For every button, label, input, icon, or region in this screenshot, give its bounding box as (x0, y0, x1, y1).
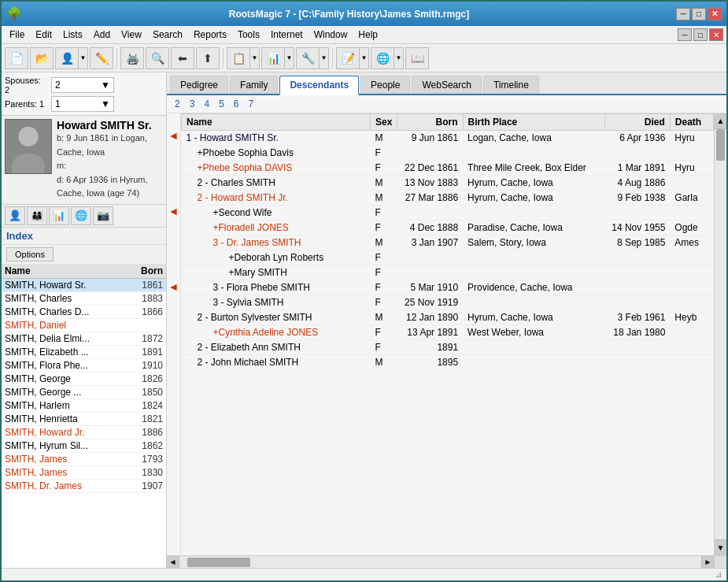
table-row[interactable]: +Deborah Lyn Roberts F (182, 250, 714, 265)
list-item[interactable]: SMITH, James 1830 (2, 466, 166, 480)
toolbar-chart-button[interactable]: 📊 (261, 47, 285, 69)
list-item[interactable]: SMITH, Charles D... 1866 (2, 306, 166, 319)
list-item[interactable]: SMITH, Henrietta 1821 (2, 413, 166, 426)
menu-lists[interactable]: Lists (58, 28, 87, 42)
menu-add[interactable]: Add (89, 28, 115, 42)
menu-view[interactable]: View (116, 28, 146, 42)
menu-window[interactable]: Window (309, 28, 353, 42)
minimize-button[interactable]: ─ (676, 8, 690, 20)
pedigree-nav-6[interactable]: 6 (231, 98, 242, 110)
scroll-right-btn[interactable]: ► (701, 556, 714, 569)
pedigree-nav-3[interactable]: 3 (187, 98, 198, 110)
options-button[interactable]: Options (6, 247, 54, 261)
list-item[interactable]: SMITH, Daniel (2, 319, 166, 332)
tab-people[interactable]: People (360, 76, 410, 94)
list-item[interactable]: SMITH, Harlem 1824 (2, 399, 166, 413)
tab-pedigree[interactable]: Pedigree (170, 76, 228, 94)
toolbar-add-person-arrow[interactable]: ▼ (79, 47, 88, 69)
scroll-left-btn[interactable]: ◄ (167, 556, 179, 569)
table-row[interactable]: 2 - Charles SMITH M 13 Nov 1883 Hyrum, C… (182, 176, 714, 191)
table-row[interactable]: +Mary SMITH F (182, 265, 714, 280)
list-item[interactable]: SMITH, Delia Elmi... 1872 (2, 332, 166, 346)
toolbar-add-person-button[interactable]: 👤 (55, 47, 79, 69)
maximize-button[interactable]: □ (692, 8, 706, 20)
h-scroll-thumb[interactable] (187, 558, 250, 567)
toolbar-nav-forward-button[interactable]: ⬆ (196, 47, 220, 69)
pedigree-nav-5[interactable]: 5 (216, 98, 227, 110)
toolbar-chart-arrow[interactable]: ▼ (285, 47, 294, 69)
close-button[interactable]: ✕ (708, 8, 722, 20)
nav-arrow-3[interactable]: ◄ (168, 280, 179, 293)
list-item[interactable]: SMITH, Elizabeth ... 1891 (2, 346, 166, 359)
list-item[interactable]: SMITH, Howard Jr. 1886 (2, 426, 166, 439)
nav-arrow-1[interactable]: ◄ (168, 129, 179, 142)
inner-maximize-button[interactable]: □ (693, 28, 708, 41)
toolbar-publish-button[interactable]: 🌐 (371, 47, 394, 69)
nav-arrow-2[interactable]: ◄ (168, 205, 179, 217)
tab-timeline[interactable]: Timeline (483, 76, 539, 94)
list-item[interactable]: SMITH, George ... 1850 (2, 386, 166, 399)
mini-globe-btn[interactable]: 🌐 (71, 206, 91, 225)
pedigree-nav-2[interactable]: 2 (172, 98, 183, 110)
toolbar-tools-button[interactable]: 🔧 (296, 47, 320, 69)
vertical-scrollbar[interactable]: ▲ ▼ (714, 113, 726, 555)
inner-minimize-button[interactable]: ─ (678, 28, 692, 41)
tab-descendants[interactable]: Descendants (279, 76, 359, 95)
toolbar-list-button[interactable]: 📝 (336, 47, 360, 69)
menu-tools[interactable]: Tools (233, 28, 264, 42)
table-row[interactable]: 2 - Elizabeth Ann SMITH F 1891 (182, 340, 714, 355)
mini-chart-btn[interactable]: 📊 (49, 206, 69, 225)
toolbar-publish-arrow[interactable]: ▼ (394, 47, 404, 69)
toolbar-nav-back-button[interactable]: ⬅ (171, 47, 194, 69)
toolbar-edit-button[interactable]: ✏️ (90, 47, 113, 69)
scroll-down-btn[interactable]: ▼ (715, 539, 726, 555)
toolbar-new-button[interactable]: 📄 (5, 47, 28, 69)
table-row[interactable]: +Phebe Sophia DAVIS F 22 Dec 1861 Three … (182, 161, 714, 176)
menu-help[interactable]: Help (353, 28, 382, 42)
index-list: SMITH, Howard Sr. 1861 SMITH, Charles 18… (2, 279, 166, 568)
mini-family-btn[interactable]: 👨‍👩‍👦 (27, 206, 47, 225)
table-row[interactable]: 2 - Burton Sylvester SMITH M 12 Jan 1890… (182, 310, 714, 325)
list-item[interactable]: SMITH, Howard Sr. 1861 (2, 279, 166, 292)
list-item[interactable]: SMITH, Flora Phe... 1910 (2, 359, 166, 373)
pedigree-nav-4[interactable]: 4 (201, 98, 212, 110)
menu-reports[interactable]: Reports (189, 28, 231, 42)
table-row[interactable]: +Second Wife F (182, 206, 714, 221)
toolbar-report-button[interactable]: 📋 (227, 47, 250, 69)
table-row[interactable]: 3 - Dr. James SMITH M 3 Jan 1907 Salem, … (182, 235, 714, 250)
menu-file[interactable]: File (5, 28, 29, 42)
scroll-up-btn[interactable]: ▲ (715, 113, 726, 129)
table-row[interactable]: +Phoebe Sophia Davis F (182, 146, 714, 161)
menu-search[interactable]: Search (148, 28, 187, 42)
toolbar-report-arrow[interactable]: ▼ (250, 47, 260, 69)
list-item[interactable]: SMITH, Charles 1883 (2, 292, 166, 306)
toolbar-print-button[interactable]: 🖨️ (120, 47, 144, 69)
parents-dropdown[interactable]: 1▼ (51, 96, 114, 112)
mini-person-btn[interactable]: 👤 (5, 206, 25, 225)
table-row[interactable]: 1 - Howard SMITH Sr. M 9 Jun 1861 Logan,… (182, 131, 714, 146)
table-row[interactable]: 2 - Howard SMITH Jr. M 27 Mar 1886 Hyrum… (182, 191, 714, 206)
tab-websearch[interactable]: WebSearch (412, 76, 481, 94)
toolbar-search-button[interactable]: 🔍 (146, 47, 169, 69)
list-item[interactable]: SMITH, Hyrum Sil... 1862 (2, 439, 166, 453)
list-item[interactable]: SMITH, George 1826 (2, 373, 166, 386)
inner-close-button[interactable]: ✕ (709, 28, 723, 41)
table-row[interactable]: 3 - Sylvia SMITH F 25 Nov 1919 (182, 295, 714, 310)
menu-edit[interactable]: Edit (31, 28, 57, 42)
spouses-dropdown[interactable]: 2▼ (51, 77, 114, 93)
table-row[interactable]: 2 - John Michael SMITH M 1895 (182, 355, 714, 370)
list-item[interactable]: SMITH, Dr. James 1907 (2, 480, 166, 493)
toolbar-tools-arrow[interactable]: ▼ (320, 47, 329, 69)
table-row[interactable]: +Cynthia Adeline JONES F 13 Apr 1891 Wes… (182, 325, 714, 340)
table-row[interactable]: 3 - Flora Phebe SMITH F 5 Mar 1910 Provi… (182, 280, 714, 295)
scroll-thumb[interactable] (716, 129, 725, 161)
list-item[interactable]: SMITH, James 1793 (2, 453, 166, 466)
pedigree-nav-7[interactable]: 7 (245, 98, 257, 110)
table-row[interactable]: +Floradell JONES F 4 Dec 1888 Paradise, … (182, 221, 714, 235)
mini-camera-btn[interactable]: 📷 (93, 206, 113, 225)
toolbar-book-button[interactable]: 📖 (405, 47, 429, 69)
tab-family[interactable]: Family (230, 76, 278, 94)
toolbar-list-arrow[interactable]: ▼ (360, 47, 369, 69)
toolbar-open-button[interactable]: 📂 (30, 47, 54, 69)
menu-internet[interactable]: Internet (266, 28, 308, 42)
